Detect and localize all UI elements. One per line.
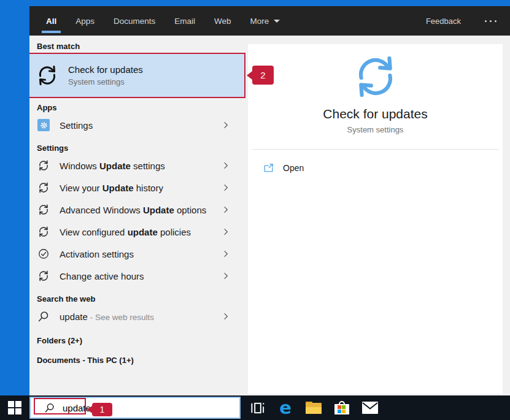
store-bag-icon xyxy=(334,401,349,414)
result-section: SettingsWindows Update settingsView your… xyxy=(37,143,247,287)
best-match-header: Best match xyxy=(37,42,247,52)
preview-actions: Open xyxy=(248,156,503,180)
chevron-right-icon xyxy=(222,250,230,258)
sync-icon xyxy=(37,181,50,194)
task-view-button[interactable] xyxy=(243,395,271,420)
result-sections: AppsSettingsSettingsWindows Update setti… xyxy=(37,103,247,365)
search-result-row[interactable]: Settings xyxy=(37,114,247,136)
tab-documents[interactable]: Documents xyxy=(109,6,160,36)
preview-panel: Check for updates System settings Open xyxy=(248,44,503,394)
chevron-right-icon xyxy=(222,312,230,321)
section-header: Apps xyxy=(37,103,247,113)
section-header: Folders (2+) xyxy=(37,336,247,346)
sync-icon xyxy=(352,53,400,101)
callout-tail-icon xyxy=(87,406,92,413)
preview-title: Check for updates xyxy=(248,107,503,121)
chevron-right-icon xyxy=(222,272,230,280)
section-header: Search the web xyxy=(37,294,247,304)
chevron-right-icon xyxy=(222,161,230,170)
result-label: View configured update policies xyxy=(60,227,191,237)
open-external-icon xyxy=(263,162,274,174)
annotation-badge-1: 1 xyxy=(92,403,112,416)
callout-tail-icon xyxy=(247,71,252,80)
search-tab-bar: AllAppsDocumentsEmailWebMore Feedback xyxy=(29,6,510,36)
annotation-callout-2: 2 xyxy=(247,66,274,85)
edge-icon: e xyxy=(279,399,292,417)
search-result-row[interactable]: View your Update history xyxy=(37,177,247,199)
microsoft-store-button[interactable] xyxy=(328,395,356,420)
divider xyxy=(252,149,499,150)
annotation-box-1 xyxy=(34,398,86,414)
annotation-badge-2: 2 xyxy=(252,66,274,85)
mail-button[interactable] xyxy=(356,395,384,420)
mail-envelope-icon xyxy=(362,402,378,414)
result-label: Activation settings xyxy=(60,249,134,259)
sync-icon xyxy=(36,64,59,87)
windows-logo-icon xyxy=(8,401,21,414)
result-label: Advanced Windows Update options xyxy=(60,205,206,215)
result-section: Search the webupdate - See web results xyxy=(37,294,247,327)
section-header: Settings xyxy=(37,143,247,153)
result-section: Documents - This PC (1+) xyxy=(37,356,247,365)
edge-browser-button[interactable]: e xyxy=(271,395,299,420)
settings-gear-icon xyxy=(37,119,50,131)
preview-subtitle: System settings xyxy=(248,125,503,134)
file-explorer-icon xyxy=(306,402,322,414)
tab-apps[interactable]: Apps xyxy=(71,6,99,36)
action-label: Open xyxy=(283,163,304,173)
result-label: Windows Update settings xyxy=(60,161,165,171)
checkmark-circle-icon xyxy=(37,248,50,260)
section-header: Documents - This PC (1+) xyxy=(37,356,247,365)
annotation-box-2: Check for updates System settings xyxy=(29,53,245,98)
search-results-panel: Best match Check for updates System sett… xyxy=(29,36,247,395)
taskbar-buttons: e xyxy=(243,395,384,420)
start-button[interactable] xyxy=(0,395,29,420)
best-match-row[interactable]: Check for updates System settings xyxy=(29,54,244,97)
annotation-callout-1: 1 xyxy=(87,403,112,416)
sync-icon xyxy=(37,204,50,216)
search-result-row[interactable]: update - See web results xyxy=(37,305,247,327)
search-result-row[interactable]: Advanced Windows Update options xyxy=(37,199,247,221)
tab-more[interactable]: More xyxy=(246,6,285,36)
sync-icon xyxy=(37,159,50,172)
file-explorer-button[interactable] xyxy=(299,395,328,420)
search-result-row[interactable]: Change active hours xyxy=(37,265,247,287)
chevron-right-icon xyxy=(222,183,230,192)
tab-all[interactable]: All xyxy=(42,6,61,36)
open-action[interactable]: Open xyxy=(248,156,503,180)
result-section: AppsSettings xyxy=(37,103,247,136)
sync-icon xyxy=(37,226,50,238)
task-view-icon xyxy=(250,400,265,416)
sync-icon xyxy=(37,270,50,282)
ellipsis-icon[interactable] xyxy=(482,20,496,22)
caret-down-icon xyxy=(274,20,280,23)
search-result-row[interactable]: View configured update policies xyxy=(37,221,247,243)
search-result-row[interactable]: Activation settings xyxy=(37,243,247,265)
result-label: View your Update history xyxy=(60,183,163,193)
tab-email[interactable]: Email xyxy=(170,6,199,36)
preview-area: Check for updates System settings Open xyxy=(247,36,510,395)
result-label: update - See web results xyxy=(60,311,154,322)
tab-list: AllAppsDocumentsEmailWebMore xyxy=(42,6,295,36)
best-match-subtitle: System settings xyxy=(68,77,143,86)
search-icon xyxy=(37,310,50,323)
chevron-right-icon xyxy=(222,227,230,236)
tab-web[interactable]: Web xyxy=(210,6,236,36)
best-match-title: Check for updates xyxy=(68,64,143,75)
feedback-button[interactable]: Feedback xyxy=(423,17,463,26)
result-label: Change active hours xyxy=(60,271,144,281)
result-section: Folders (2+) xyxy=(37,336,247,346)
result-label: Settings xyxy=(60,120,93,131)
search-result-row[interactable]: Windows Update settings xyxy=(37,155,247,177)
chevron-right-icon xyxy=(222,121,230,129)
chevron-right-icon xyxy=(222,205,230,214)
